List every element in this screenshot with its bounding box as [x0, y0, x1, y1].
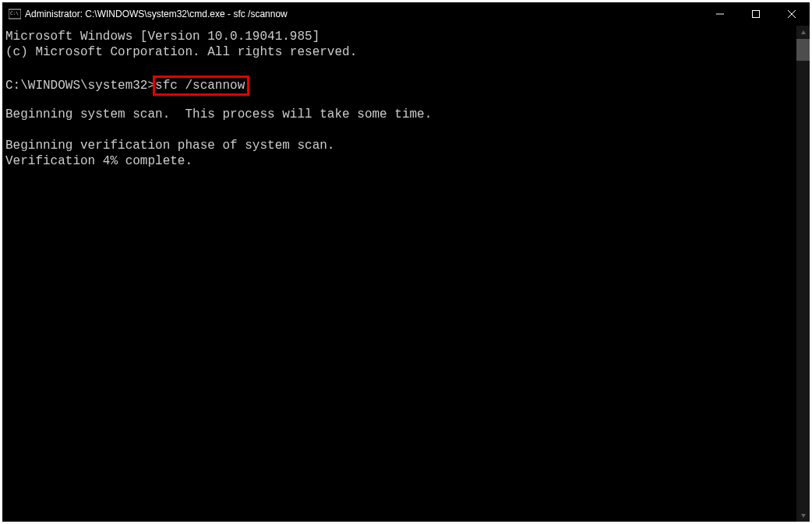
window-controls	[702, 2, 810, 26]
scroll-up-arrow-icon[interactable]	[796, 26, 810, 39]
svg-text:C:\: C:\	[10, 10, 19, 16]
blank-line	[5, 122, 796, 138]
output-line: (c) Microsoft Corporation. All rights re…	[5, 44, 796, 60]
titlebar[interactable]: C:\ Administrator: C:\WINDOWS\system32\c…	[2, 2, 810, 26]
command-text: sfc /scannow	[155, 79, 245, 93]
svg-rect-3	[753, 11, 760, 18]
command-highlight: sfc /scannow	[153, 76, 249, 96]
output-line: Beginning system scan. This process will…	[5, 107, 796, 122]
output-line: Verification 4% complete.	[5, 153, 796, 169]
prompt-line: C:\WINDOWS\system32>sfc /scannow	[5, 76, 796, 91]
maximize-button[interactable]	[738, 2, 774, 26]
svg-marker-6	[801, 30, 806, 34]
blank-line	[5, 91, 796, 107]
close-button[interactable]	[774, 2, 810, 26]
terminal-body: Microsoft Windows [Version 10.0.19041.98…	[2, 26, 810, 522]
prompt-text: C:\WINDOWS\system32>	[5, 79, 155, 93]
terminal-content[interactable]: Microsoft Windows [Version 10.0.19041.98…	[2, 26, 796, 522]
output-line: Beginning verification phase of system s…	[5, 138, 796, 153]
vertical-scrollbar[interactable]	[796, 26, 810, 522]
svg-marker-7	[801, 514, 806, 518]
titlebar-left: C:\ Administrator: C:\WINDOWS\system32\c…	[2, 8, 288, 20]
minimize-button[interactable]	[702, 2, 738, 26]
window-title: Administrator: C:\WINDOWS\system32\cmd.e…	[25, 9, 288, 19]
blank-line	[5, 60, 796, 76]
output-line: Microsoft Windows [Version 10.0.19041.98…	[5, 29, 796, 44]
scroll-down-arrow-icon[interactable]	[796, 508, 810, 522]
cmd-icon: C:\	[9, 8, 21, 20]
scroll-thumb[interactable]	[796, 39, 810, 61]
cmd-window: C:\ Administrator: C:\WINDOWS\system32\c…	[2, 2, 810, 522]
